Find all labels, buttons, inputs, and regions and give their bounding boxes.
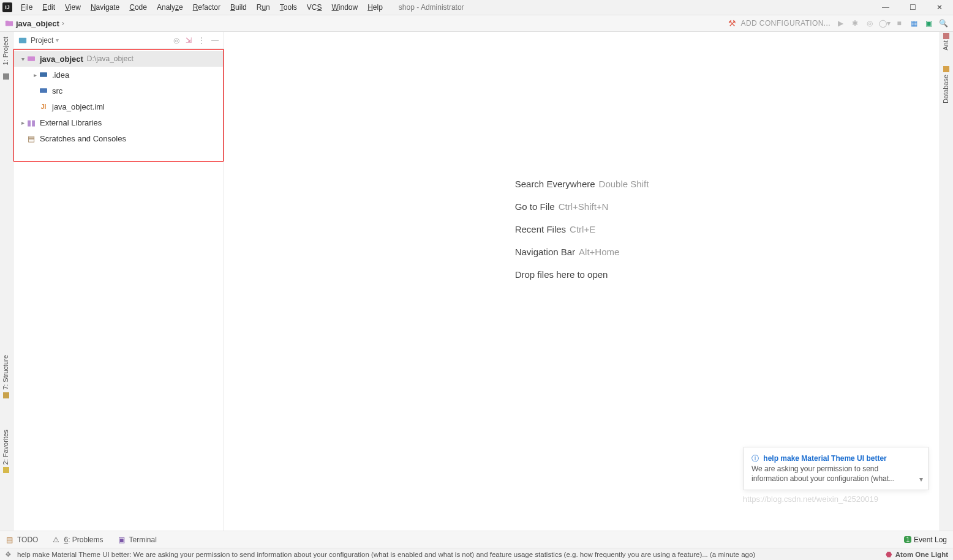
menu-tools[interactable]: Tools: [275, 2, 302, 13]
menu-build[interactable]: Build: [225, 2, 252, 13]
tree-item-idea[interactable]: ▸ .idea: [14, 67, 223, 83]
sidebar-tab-database[interactable]: Database: [942, 75, 949, 103]
window-title: shop - Administrator: [399, 3, 464, 12]
sidebar-tab-ant[interactable]: Ant: [942, 40, 949, 51]
grid-icon[interactable]: ▦: [909, 18, 919, 28]
tool-label: 6: Problems: [64, 536, 103, 544]
ph-label: Search Everywhere: [515, 179, 595, 189]
menu-help[interactable]: Help: [363, 2, 388, 13]
svg-rect-1: [6, 21, 9, 23]
project-tree: ▾ java_object D:\java_object ▸ .idea src…: [13, 49, 224, 162]
event-log-button[interactable]: Event Log: [914, 536, 947, 544]
chevron-right-icon[interactable]: ▸: [19, 119, 26, 126]
debug-icon[interactable]: ✱: [850, 18, 860, 28]
tree-root-name: java_object: [40, 54, 83, 64]
terminal-icon[interactable]: ▣: [924, 18, 933, 28]
maximize-button[interactable]: ☐: [899, 0, 926, 15]
coverage-icon[interactable]: ◎: [865, 18, 875, 28]
menu-code[interactable]: Code: [124, 2, 152, 13]
star-icon: [3, 467, 9, 473]
ph-label: Recent Files: [515, 224, 566, 234]
breadcrumb-project[interactable]: java_object: [16, 19, 59, 28]
ant-icon: [943, 33, 949, 39]
menu-vcs[interactable]: VCS: [302, 2, 327, 13]
tree-item-label: .idea: [52, 70, 69, 80]
tool-terminal[interactable]: ▣Terminal: [118, 536, 157, 544]
editor-area[interactable]: Search EverywhereDouble Shift Go to File…: [224, 32, 940, 531]
folder-icon: [5, 19, 13, 28]
add-configuration-button[interactable]: ADD CONFIGURATION...: [741, 19, 831, 28]
stop-icon[interactable]: ■: [894, 18, 904, 28]
menu-run[interactable]: Run: [252, 2, 275, 13]
chevron-down-icon[interactable]: ▾: [19, 56, 26, 62]
target-icon[interactable]: ◎: [173, 36, 179, 45]
project-panel-title[interactable]: Project: [31, 36, 53, 45]
theme-name[interactable]: Atom One Light: [895, 551, 948, 558]
project-tool-window: Project ▾ ◎ ⇲ ⋮ — ▾ java_object D:\java_…: [13, 32, 224, 531]
svg-rect-3: [28, 56, 35, 61]
svg-rect-2: [19, 37, 26, 43]
tool-todo[interactable]: ▤TODO: [6, 536, 38, 544]
tool-label: Terminal: [129, 536, 157, 544]
menu-navigate[interactable]: Navigate: [86, 2, 124, 13]
collapse-icon[interactable]: ⇲: [186, 36, 192, 45]
ph-shortcut: Ctrl+E: [570, 224, 595, 234]
layers-icon[interactable]: ❖: [5, 550, 13, 559]
menu-file[interactable]: File: [16, 2, 37, 13]
menu-analyze[interactable]: Analyze: [152, 2, 188, 13]
svg-rect-4: [40, 72, 47, 77]
folder-icon: [39, 70, 48, 79]
more-icon[interactable]: ⋮: [198, 36, 205, 45]
menubar: IJ File Edit View Navigate Code Analyze …: [0, 0, 953, 15]
project-view-icon: [18, 36, 27, 45]
tool-label: TODO: [17, 536, 38, 544]
gutter-marker-icon: [3, 392, 9, 398]
tree-item-iml[interactable]: JI java_object.iml: [14, 99, 223, 114]
app-icon: IJ: [2, 2, 12, 12]
menu-refactor[interactable]: Refactor: [188, 2, 225, 13]
minimize-panel-icon[interactable]: —: [211, 36, 219, 45]
file-icon: JI: [39, 102, 48, 111]
chevron-right-icon[interactable]: ▸: [31, 72, 39, 78]
notification-body: We are asking your permission to send in…: [751, 464, 912, 483]
close-button[interactable]: ✕: [926, 0, 953, 15]
tree-item-external-libs[interactable]: ▸ ▮▮ External Libraries: [14, 114, 223, 130]
sidebar-tab-favorites[interactable]: 2: Favorites: [2, 430, 9, 465]
tree-item-label: src: [52, 86, 62, 95]
notification-title: help make Material Theme UI better: [763, 454, 886, 463]
menu-view[interactable]: View: [60, 2, 86, 13]
run-icon[interactable]: ▶: [835, 18, 845, 28]
library-icon: ▮▮: [26, 118, 36, 127]
right-tool-gutter: Ant Database: [940, 32, 953, 531]
chevron-right-icon: ›: [62, 19, 64, 28]
tree-item-src[interactable]: src: [14, 83, 223, 99]
gutter-marker-icon: [3, 73, 9, 80]
sidebar-tab-structure[interactable]: 7: Structure: [2, 355, 9, 390]
folder-icon: [26, 54, 36, 63]
status-bar: ❖ help make Material Theme UI better: We…: [0, 548, 953, 560]
editor-placeholder: Search EverywhereDouble Shift Go to File…: [515, 179, 649, 292]
menu-edit[interactable]: Edit: [37, 2, 60, 13]
chevron-down-icon[interactable]: ▾: [56, 37, 59, 43]
tree-root[interactable]: ▾ java_object D:\java_object: [14, 51, 223, 67]
build-icon[interactable]: ⚒: [728, 18, 736, 28]
search-icon[interactable]: 🔍: [938, 18, 948, 28]
menu-window[interactable]: Window: [326, 2, 363, 13]
chevron-down-icon[interactable]: ▾: [919, 475, 923, 483]
tree-item-label: Scratches and Consoles: [40, 134, 126, 143]
ph-shortcut: Alt+Home: [579, 247, 619, 257]
window-controls: — ☐ ✕: [872, 0, 953, 15]
theme-icon: ⬣: [886, 550, 892, 559]
scratches-icon: ▤: [26, 134, 36, 143]
folder-icon: [39, 86, 48, 95]
bottom-tool-strip: ▤TODO ⚠6: Problems ▣Terminal 1 Event Log: [0, 531, 953, 548]
database-icon: [943, 66, 949, 72]
tree-root-path: D:\java_object: [87, 54, 134, 63]
sidebar-tab-project[interactable]: 1: Project: [2, 37, 9, 65]
svg-rect-5: [40, 88, 47, 93]
notification-popup[interactable]: ⓘ help make Material Theme UI better We …: [744, 447, 929, 490]
tree-item-scratches[interactable]: ▤ Scratches and Consoles: [14, 130, 223, 146]
tool-problems[interactable]: ⚠6: Problems: [53, 536, 103, 544]
minimize-button[interactable]: —: [872, 0, 899, 15]
profiler-icon[interactable]: ◯▾: [880, 18, 889, 28]
